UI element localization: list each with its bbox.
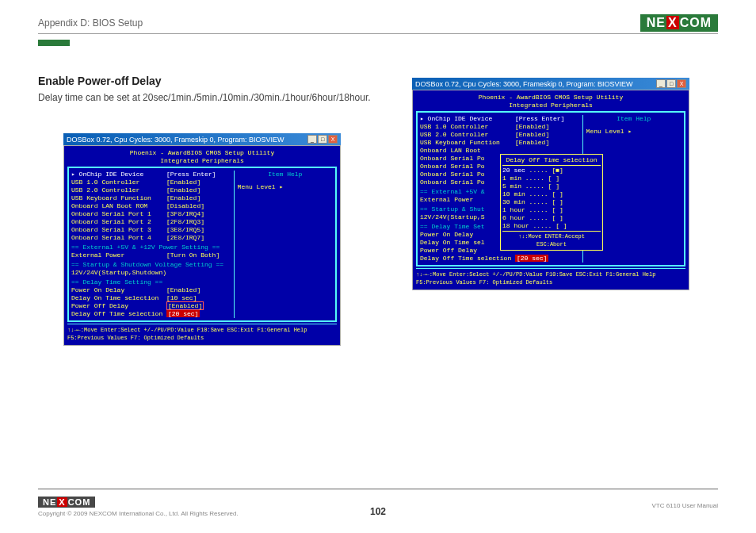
bios-item[interactable]: USB 2.0 Controller[Enabled] <box>420 131 582 139</box>
close-icon[interactable]: X <box>328 135 338 144</box>
window-title: DOSBox 0.72, Cpu Cycles: 3000, Frameskip… <box>415 80 633 88</box>
bios-item[interactable]: USB Keyboard Function[Enabled] <box>71 194 234 202</box>
window-titlebar: DOSBox 0.72, Cpu Cycles: 3000, Frameskip… <box>412 78 689 90</box>
bios-help-bar: ↑↓→←:Move Enter:Select +/-/PU/PD:Value F… <box>416 268 685 286</box>
bios-item[interactable]: Power Off Delay[Enabled] <box>71 302 234 310</box>
bios-help-column: Item Help Menu Level ▸ <box>234 171 333 318</box>
popup-option[interactable]: 5 min ..... [ ] <box>502 182 601 190</box>
bios-item[interactable]: Delay Off Time selection[20 sec] <box>420 255 582 263</box>
bios-item[interactable]: Delay Off Time selection[20 sec] <box>71 310 234 318</box>
bios-screenshot-left: DOSBox 0.72, Cpu Cycles: 3000, Frameskip… <box>63 133 341 346</box>
bios-item[interactable]: 12V/24V(Startup,Shutdown)=[(11.5,10.5) /… <box>71 269 234 277</box>
bios-item[interactable]: USB 1.0 Controller[Enabled] <box>420 123 582 131</box>
manual-name: VTC 6110 User Manual <box>651 502 718 509</box>
window-title: DOSBox 0.72, Cpu Cycles: 3000, Frameskip… <box>67 136 284 144</box>
bios-title-2: Integrated Peripherals <box>416 102 685 109</box>
popup-option[interactable]: 20 sec ..... [■] <box>502 167 601 174</box>
bios-title-1: Phoenix - AwardBIOS CMOS Setup Utility <box>416 94 685 102</box>
bios-item[interactable]: ▸ OnChip IDE Device[Press Enter] <box>420 115 582 123</box>
header-rule <box>38 33 718 34</box>
bios-item[interactable]: External Power[Turn On Both] <box>71 251 234 259</box>
page-number: 102 <box>370 506 386 517</box>
bios-item[interactable]: Onboard Serial Port 2[2F8/IRQ3] <box>71 218 234 226</box>
copyright: Copyright © 2009 NEXCOM International Co… <box>38 510 239 517</box>
popup-option[interactable]: 18 hour ..... [ ] <box>502 222 601 230</box>
section-body: Delay time can be set at 20sec/1min./5mi… <box>38 90 371 105</box>
bios-items-column: ▸ OnChip IDE Device[Press Enter]USB 1.0 … <box>71 171 234 318</box>
bios-item[interactable]: ▸ OnChip IDE Device[Press Enter] <box>71 171 234 178</box>
bios-item[interactable]: Onboard Serial Port 4[2E8/IRQ7] <box>71 234 234 242</box>
bios-item[interactable]: USB 2.0 Controller[Enabled] <box>71 186 234 194</box>
popup-option[interactable]: 1 hour ..... [ ] <box>502 206 601 214</box>
maximize-icon[interactable]: □ <box>318 135 327 144</box>
bios-item[interactable]: Onboard Serial Port 3[3E8/IRQ5] <box>71 226 234 234</box>
appendix-label: Appendix D: BIOS Setup <box>38 17 143 29</box>
popup-option[interactable]: 10 min ..... [ ] <box>502 190 601 198</box>
bios-item[interactable]: USB 1.0 Controller[Enabled] <box>71 178 234 186</box>
minimize-icon[interactable]: _ <box>307 135 317 144</box>
minimize-icon[interactable]: _ <box>656 79 666 88</box>
brand-logo-top: NEXCOM <box>640 14 718 32</box>
bios-item[interactable]: Delay On Time selection[10 sec] <box>71 294 234 302</box>
popup-option[interactable]: 1 min ..... [ ] <box>502 174 601 182</box>
bios-screenshot-right: DOSBox 0.72, Cpu Cycles: 3000, Frameskip… <box>412 78 689 290</box>
window-titlebar: DOSBox 0.72, Cpu Cycles: 3000, Frameskip… <box>63 133 341 145</box>
popup-option[interactable]: 6 hour ..... [ ] <box>502 214 601 222</box>
green-tab <box>38 40 70 46</box>
delay-off-popup[interactable]: Delay Off Time selection 20 sec ..... [■… <box>500 154 603 251</box>
close-icon[interactable]: X <box>677 79 686 88</box>
brand-logo-bottom: NEXCOM <box>38 497 95 508</box>
bios-item[interactable]: Power On Delay[Enabled] <box>71 286 234 294</box>
footer-rule <box>38 489 718 489</box>
bios-title-2: Integrated Peripherals <box>67 157 337 165</box>
section-title: Enable Power-off Delay <box>38 75 371 87</box>
bios-item[interactable]: Onboard LAN Boot ROM[Disabled] <box>71 202 234 210</box>
maximize-icon[interactable]: □ <box>666 79 676 88</box>
bios-item[interactable]: USB Keyboard Function[Enabled] <box>420 139 582 147</box>
bios-item[interactable]: Onboard Serial Port 1[3F8/IRQ4] <box>71 210 234 218</box>
bios-title-1: Phoenix - AwardBIOS CMOS Setup Utility <box>67 149 337 157</box>
popup-option[interactable]: 30 min ..... [ ] <box>502 198 601 206</box>
bios-help-bar: ↑↓→←:Move Enter:Select +/-/PU/PD:Value F… <box>67 324 337 342</box>
